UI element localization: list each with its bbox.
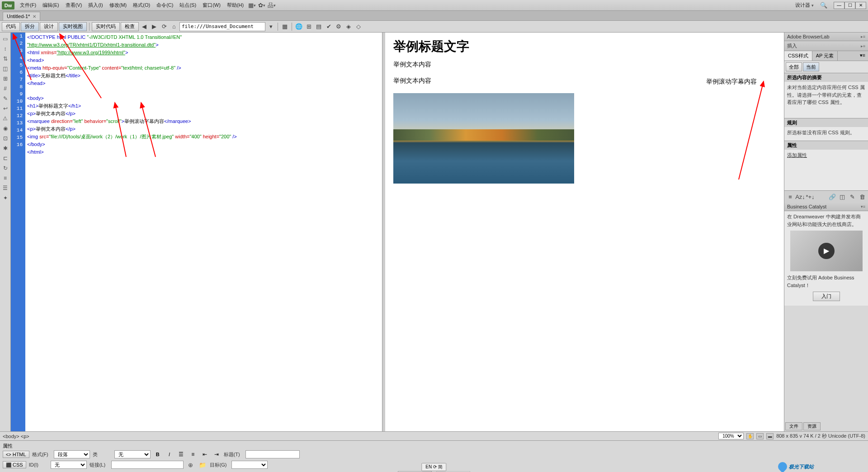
link-drag-icon[interactable]: ⊕ bbox=[186, 460, 195, 469]
code-text[interactable]: <!DOCTYPE html PUBLIC "-//W3C//DTD XHTML… bbox=[25, 33, 382, 431]
add-property-link[interactable]: 添加属性 bbox=[787, 152, 807, 158]
tag-path[interactable]: <body> <p> bbox=[3, 434, 29, 439]
search-icon[interactable]: 🔍 bbox=[819, 1, 828, 10]
insert-header[interactable]: 插入▸≡ bbox=[784, 41, 868, 51]
assets-tab[interactable]: 资源 bbox=[803, 422, 821, 430]
guides-icon[interactable]: ⊞ bbox=[304, 22, 313, 31]
address-field[interactable] bbox=[179, 22, 265, 31]
code-view-button[interactable]: 代码 bbox=[2, 22, 20, 31]
back-icon[interactable]: ◀ bbox=[140, 22, 149, 31]
ul-button[interactable]: ☰ bbox=[177, 450, 186, 458]
css-btn2-icon[interactable]: Az↓ bbox=[796, 192, 805, 201]
file-mgmt-icon[interactable]: ▦ bbox=[280, 22, 289, 31]
menu-edit[interactable]: 编辑(E) bbox=[40, 1, 62, 10]
surround-icon[interactable]: ⊏ bbox=[1, 154, 10, 163]
preview-icon[interactable]: 🌐 bbox=[294, 22, 303, 31]
comment-icon[interactable]: ✱ bbox=[1, 144, 10, 153]
expand-icon[interactable]: ⇅ bbox=[1, 54, 10, 63]
css-tab-btn[interactable]: ⬛ CSS bbox=[3, 461, 26, 468]
menu-site[interactable]: 站点(S) bbox=[177, 1, 199, 10]
designer-label[interactable]: 设计器 ▾ bbox=[795, 2, 814, 9]
format-select[interactable]: 段落 bbox=[54, 450, 90, 458]
css-new-icon[interactable]: ◫ bbox=[838, 192, 847, 201]
maximize-button[interactable]: ☐ bbox=[844, 2, 855, 9]
refresh-icon[interactable]: ⟳ bbox=[160, 22, 169, 31]
ol-button[interactable]: ≡ bbox=[189, 450, 198, 458]
highlight-icon[interactable]: ✎ bbox=[1, 94, 10, 103]
language-indicator[interactable]: EN ⟳ 简 bbox=[421, 463, 446, 471]
css-delete-icon[interactable]: 🗑 bbox=[858, 192, 867, 201]
menu-modify[interactable]: 修改(M) bbox=[107, 1, 130, 10]
zoom-select[interactable]: 100% bbox=[718, 433, 744, 439]
extend-icon[interactable]: ✿▾ bbox=[257, 1, 266, 10]
indent-button[interactable]: ⇥ bbox=[212, 450, 221, 458]
recent-icon[interactable]: ↻ bbox=[1, 164, 10, 173]
split-view-button[interactable]: 拆分 bbox=[21, 22, 39, 31]
tab-close-icon[interactable]: ✕ bbox=[33, 14, 36, 19]
inspect-button[interactable]: 检查 bbox=[121, 22, 139, 31]
hand-icon[interactable]: ✋ bbox=[746, 433, 754, 439]
format-code-icon[interactable]: ✦ bbox=[1, 194, 10, 203]
balance-icon[interactable]: ⊞ bbox=[1, 74, 10, 83]
title-input[interactable] bbox=[245, 450, 300, 458]
layout-icon[interactable]: ▦▾ bbox=[247, 1, 256, 10]
menu-commands[interactable]: 命令(C) bbox=[154, 1, 176, 10]
files-tab[interactable]: 文件 bbox=[785, 422, 802, 430]
code-hint-icon[interactable]: ◉ bbox=[1, 124, 10, 133]
addr-dropdown-icon[interactable]: ▾ bbox=[266, 22, 275, 31]
css-btn1-icon[interactable]: ≡ bbox=[786, 192, 795, 201]
bold-button[interactable]: B bbox=[153, 450, 162, 458]
css-btn3-icon[interactable]: *+↓ bbox=[806, 192, 815, 201]
syntax-err-icon[interactable]: ⚠ bbox=[1, 114, 10, 123]
close-button[interactable]: ✕ bbox=[855, 2, 866, 9]
link-browse-icon[interactable]: 📁 bbox=[198, 460, 207, 469]
menu-help[interactable]: 帮助(H) bbox=[224, 1, 246, 10]
site-icon[interactable]: 品▾ bbox=[267, 1, 276, 10]
outdent-icon[interactable]: ☰ bbox=[1, 184, 10, 193]
bc-video-thumb[interactable]: ▶ bbox=[790, 231, 863, 271]
line-num-icon[interactable]: # bbox=[1, 84, 10, 93]
indent-icon[interactable]: ≡ bbox=[1, 174, 10, 183]
italic-button[interactable]: I bbox=[165, 450, 174, 458]
select-parent-icon[interactable]: ◫ bbox=[1, 64, 10, 73]
ap-elements-tab[interactable]: AP 元素 bbox=[812, 51, 838, 61]
css-current-button[interactable]: 当前 bbox=[803, 62, 819, 71]
design-view-button[interactable]: 设计 bbox=[40, 22, 58, 31]
link-input[interactable] bbox=[111, 461, 184, 469]
menu-format[interactable]: 格式(O) bbox=[130, 1, 153, 10]
bc-intro-button[interactable]: 入门 bbox=[813, 292, 840, 301]
css-edit-icon[interactable]: ✎ bbox=[848, 192, 857, 201]
html-tab[interactable]: <> HTML bbox=[3, 451, 29, 458]
wrap-icon[interactable]: ↩ bbox=[1, 104, 10, 113]
visual-aids-icon[interactable]: ▤ bbox=[314, 22, 323, 31]
menu-file[interactable]: 文件(F) bbox=[17, 1, 39, 10]
code-editor[interactable]: 12345678910111213141516 <!DOCTYPE html P… bbox=[11, 33, 382, 431]
tool1-icon[interactable]: ◈ bbox=[344, 22, 353, 31]
id-select[interactable]: 无 bbox=[51, 461, 87, 469]
menu-view[interactable]: 查看(V) bbox=[63, 1, 85, 10]
class-select[interactable]: 无 bbox=[114, 450, 151, 458]
live-code-button[interactable]: 实时代码 bbox=[92, 22, 120, 31]
home-icon[interactable]: ⌂ bbox=[170, 22, 179, 31]
tool2-icon[interactable]: ◇ bbox=[354, 22, 363, 31]
forward-icon[interactable]: ▶ bbox=[150, 22, 159, 31]
live-view-button[interactable]: 实时视图 bbox=[59, 22, 87, 31]
validate-icon[interactable]: ✔ bbox=[324, 22, 333, 31]
target-select[interactable] bbox=[231, 461, 268, 469]
browserlab-header[interactable]: Adobe BrowserLab▸≡ bbox=[784, 33, 868, 41]
css-link-icon[interactable]: 🔗 bbox=[828, 192, 837, 201]
snippet-icon[interactable]: ⊡ bbox=[1, 134, 10, 143]
check-icon[interactable]: ⚙ bbox=[334, 22, 343, 31]
minimize-button[interactable]: — bbox=[834, 2, 844, 9]
document-tab[interactable]: Untitled-1* ✕ bbox=[3, 12, 40, 20]
css-styles-tab[interactable]: CSS样式 bbox=[784, 51, 812, 61]
open-docs-icon[interactable]: ▭ bbox=[1, 34, 10, 43]
menu-window[interactable]: 窗口(W) bbox=[200, 1, 223, 10]
select-tool-icon[interactable]: ▭ bbox=[756, 433, 764, 439]
collapse-icon[interactable]: ↕ bbox=[1, 44, 10, 53]
bc-header[interactable]: Business Catalyst▾≡ bbox=[784, 203, 868, 211]
menu-insert[interactable]: 插入(I) bbox=[85, 1, 105, 10]
css-all-button[interactable]: 全部 bbox=[786, 62, 802, 71]
zoom-tool-icon[interactable]: ▬ bbox=[766, 433, 774, 439]
outdent-button[interactable]: ⇤ bbox=[200, 450, 209, 458]
